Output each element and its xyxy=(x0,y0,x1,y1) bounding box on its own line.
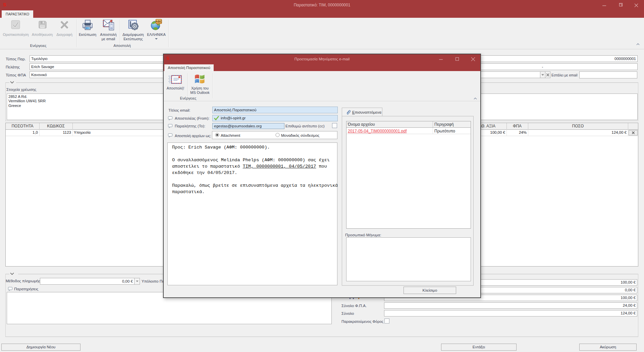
svg-text:ABC: ABC xyxy=(156,20,162,23)
